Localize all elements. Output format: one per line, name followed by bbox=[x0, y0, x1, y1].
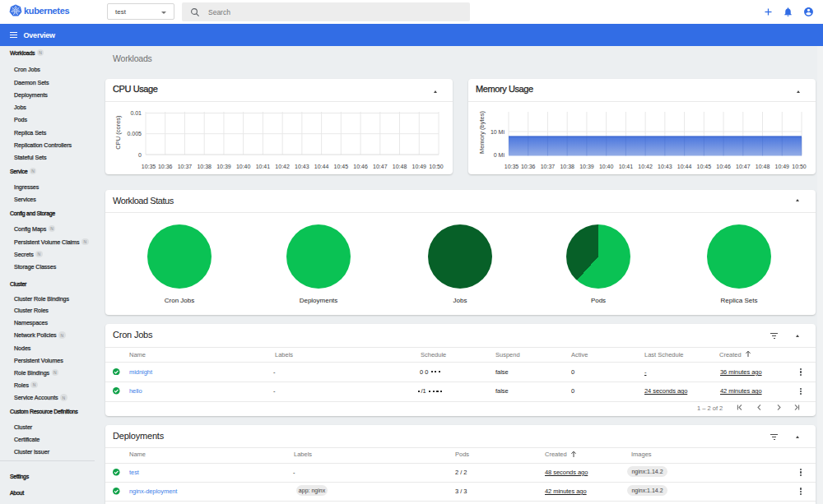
svg-text:10:45: 10:45 bbox=[334, 164, 349, 169]
svg-text:10:46: 10:46 bbox=[353, 164, 368, 169]
svg-text:10 Mi: 10 Mi bbox=[491, 129, 505, 135]
svg-text:10:36: 10:36 bbox=[521, 164, 536, 169]
svg-text:10:41: 10:41 bbox=[256, 164, 271, 169]
svg-text:10:40: 10:40 bbox=[599, 164, 614, 169]
svg-text:10:47: 10:47 bbox=[736, 164, 751, 169]
svg-text:10:43: 10:43 bbox=[658, 164, 672, 169]
svg-text:10:48: 10:48 bbox=[756, 164, 770, 169]
svg-text:10:49: 10:49 bbox=[412, 164, 427, 169]
svg-text:10:44: 10:44 bbox=[677, 164, 692, 169]
svg-text:10:36: 10:36 bbox=[158, 164, 173, 169]
svg-text:10:45: 10:45 bbox=[697, 164, 712, 169]
svg-text:10:49: 10:49 bbox=[775, 164, 790, 169]
svg-text:10:40: 10:40 bbox=[236, 164, 251, 169]
svg-text:10:42: 10:42 bbox=[638, 164, 653, 169]
svg-text:0: 0 bbox=[138, 152, 142, 158]
svg-text:10:42: 10:42 bbox=[275, 164, 290, 169]
svg-text:0 Mi: 0 Mi bbox=[494, 152, 505, 158]
svg-text:10:38: 10:38 bbox=[197, 164, 212, 169]
svg-text:10:39: 10:39 bbox=[216, 164, 231, 169]
svg-text:10:37: 10:37 bbox=[541, 164, 556, 169]
svg-text:CPU (cores): CPU (cores) bbox=[114, 115, 122, 150]
svg-text:10:50: 10:50 bbox=[792, 164, 807, 169]
svg-text:10:35: 10:35 bbox=[504, 164, 519, 169]
svg-text:10:37: 10:37 bbox=[178, 164, 193, 169]
svg-text:10:46: 10:46 bbox=[716, 164, 731, 169]
svg-text:10:48: 10:48 bbox=[393, 164, 407, 169]
svg-text:10:44: 10:44 bbox=[314, 164, 329, 169]
svg-text:0.005: 0.005 bbox=[127, 131, 142, 136]
svg-text:10:41: 10:41 bbox=[619, 164, 634, 169]
svg-text:10:38: 10:38 bbox=[560, 164, 574, 169]
svg-text:10:43: 10:43 bbox=[295, 164, 309, 169]
svg-text:10:50: 10:50 bbox=[429, 164, 444, 169]
svg-text:0.01: 0.01 bbox=[130, 110, 142, 116]
svg-text:Memory (bytes): Memory (bytes) bbox=[478, 110, 486, 154]
svg-text:10:47: 10:47 bbox=[373, 164, 388, 169]
svg-text:10:35: 10:35 bbox=[142, 164, 156, 169]
svg-text:10:39: 10:39 bbox=[579, 164, 594, 169]
